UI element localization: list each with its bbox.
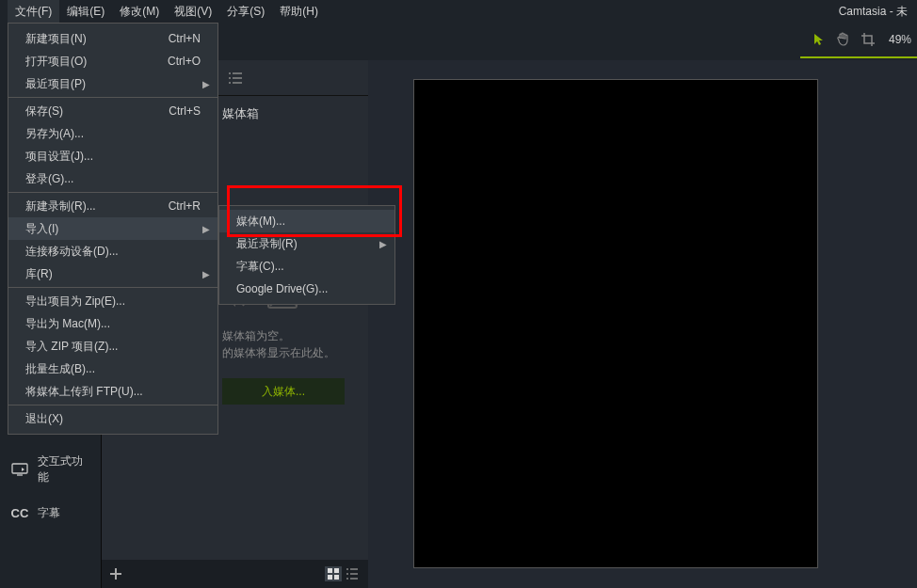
- svg-rect-5: [334, 568, 339, 573]
- svg-rect-6: [328, 575, 332, 580]
- canvas-toolbar: 49%: [800, 26, 917, 58]
- sidebar-label: 字幕: [38, 505, 60, 521]
- menu-item-label: 项目设置(J)...: [25, 149, 93, 165]
- menu-help[interactable]: 帮助(H): [272, 0, 326, 24]
- menu-item[interactable]: 打开项目(O)Ctrl+O: [8, 50, 217, 72]
- submenu-item[interactable]: 字幕(C)...: [219, 255, 394, 278]
- submenu-item[interactable]: Google Drive(G)...: [219, 278, 394, 300]
- menu-item[interactable]: 登录(G)...: [8, 167, 217, 190]
- menu-item-label: 批量生成(B)...: [25, 361, 95, 377]
- submenu-arrow-icon: ▶: [379, 239, 387, 249]
- menu-shortcut: Ctrl+S: [169, 104, 201, 118]
- menu-modify[interactable]: 修改(M): [112, 0, 167, 24]
- submenu-arrow-icon: ▶: [202, 269, 210, 279]
- submenu-arrow-icon: ▶: [202, 224, 210, 234]
- app-title: Camtasia - 未: [839, 4, 908, 20]
- menu-item-label: 导出项目为 Zip(E)...: [25, 294, 125, 310]
- hand-tool-icon[interactable]: [834, 30, 853, 49]
- menu-item-label: 新建项目(N): [25, 31, 87, 47]
- menu-item[interactable]: 连接移动设备(D)...: [8, 240, 217, 262]
- menu-edit[interactable]: 编辑(E): [59, 0, 112, 24]
- menu-item-label: 新建录制(R)...: [25, 199, 96, 215]
- menu-item[interactable]: 最近项目(P)▶: [8, 72, 217, 95]
- menu-item[interactable]: 导入 ZIP 项目(Z)...: [8, 335, 217, 358]
- svg-rect-7: [334, 575, 339, 580]
- monitor-icon: [11, 461, 28, 478]
- import-media-button[interactable]: 入媒体...: [222, 378, 345, 405]
- grid-view-icon[interactable]: [325, 566, 342, 581]
- submenu-arrow-icon: ▶: [202, 79, 210, 89]
- pointer-tool-icon[interactable]: [810, 30, 829, 49]
- file-menu-dropdown: 新建项目(N)Ctrl+N打开项目(O)Ctrl+O最近项目(P)▶保存(S)C…: [8, 23, 218, 435]
- cc-icon: CC: [11, 504, 28, 521]
- sidebar-captions[interactable]: CC 字幕: [0, 495, 101, 531]
- menu-view[interactable]: 视图(V): [167, 0, 219, 24]
- sidebar-label: 交互式功能: [38, 453, 89, 485]
- submenu-item-label: 最近录制(R): [236, 236, 298, 252]
- submenu-item[interactable]: 最近录制(R)▶: [219, 232, 394, 255]
- add-media-icon[interactable]: [109, 567, 122, 580]
- menu-item[interactable]: 另存为(A)...: [8, 122, 217, 145]
- menu-item-label: 导入 ZIP 项目(Z)...: [25, 339, 118, 355]
- menu-shortcut: Ctrl+O: [168, 55, 201, 68]
- menu-item-label: 库(R): [25, 266, 53, 282]
- submenu-item-label: 媒体(M)...: [236, 214, 285, 230]
- menu-item[interactable]: 项目设置(J)...: [8, 145, 217, 167]
- menu-separator: [8, 287, 217, 288]
- menu-item-label: 打开项目(O): [25, 54, 87, 70]
- svg-rect-4: [328, 568, 332, 573]
- media-panel-footer: [102, 560, 368, 588]
- menu-separator: [8, 405, 217, 405]
- menu-item-label: 导入(I): [25, 221, 58, 237]
- menu-separator: [8, 192, 217, 193]
- menu-share[interactable]: 分享(S): [219, 0, 272, 24]
- canvas-area: [368, 60, 917, 588]
- menu-item[interactable]: 导出为 Mac(M)...: [8, 312, 217, 335]
- menu-item-label: 登录(G)...: [25, 171, 73, 187]
- menu-item[interactable]: 导出项目为 Zip(E)...: [8, 290, 217, 312]
- menu-item-label: 最近项目(P): [25, 76, 86, 92]
- svg-rect-0: [12, 464, 27, 473]
- zoom-level[interactable]: 49%: [883, 33, 911, 46]
- menubar: 文件(F) 编辑(E) 修改(M) 视图(V) 分享(S) 帮助(H): [0, 0, 917, 23]
- menu-item-label: 将媒体上传到 FTP(U)...: [25, 384, 143, 400]
- menu-item[interactable]: 库(R)▶: [8, 262, 217, 285]
- menu-item[interactable]: 退出(X): [8, 407, 217, 430]
- preview-canvas[interactable]: [413, 79, 818, 568]
- menu-item[interactable]: 导入(I)▶: [8, 217, 217, 240]
- menu-file[interactable]: 文件(F): [8, 0, 59, 24]
- menu-item[interactable]: 将媒体上传到 FTP(U)...: [8, 380, 217, 403]
- menu-item[interactable]: 批量生成(B)...: [8, 358, 217, 380]
- submenu-item-label: 字幕(C)...: [236, 259, 284, 275]
- menu-item-label: 退出(X): [25, 411, 63, 427]
- menu-separator: [8, 97, 217, 98]
- list-view-icon[interactable]: [344, 566, 361, 581]
- sidebar-interactive[interactable]: 交互式功能: [0, 444, 101, 495]
- crop-tool-icon[interactable]: [859, 30, 877, 49]
- menu-item-label: 连接移动设备(D)...: [25, 244, 119, 260]
- menu-item-label: 导出为 Mac(M)...: [25, 316, 110, 332]
- import-submenu: 媒体(M)...最近录制(R)▶字幕(C)...Google Drive(G).…: [218, 205, 395, 305]
- menu-shortcut: Ctrl+N: [169, 32, 201, 45]
- menu-item-label: 另存为(A)...: [25, 126, 84, 142]
- menu-item[interactable]: 新建录制(R)...Ctrl+R: [8, 195, 217, 217]
- menu-item[interactable]: 保存(S)Ctrl+S: [8, 100, 217, 122]
- submenu-item-label: Google Drive(G)...: [236, 282, 328, 295]
- menu-item[interactable]: 新建项目(N)Ctrl+N: [8, 27, 217, 50]
- menu-shortcut: Ctrl+R: [169, 199, 201, 213]
- submenu-item[interactable]: 媒体(M)...: [219, 210, 394, 232]
- menu-item-label: 保存(S): [25, 103, 63, 119]
